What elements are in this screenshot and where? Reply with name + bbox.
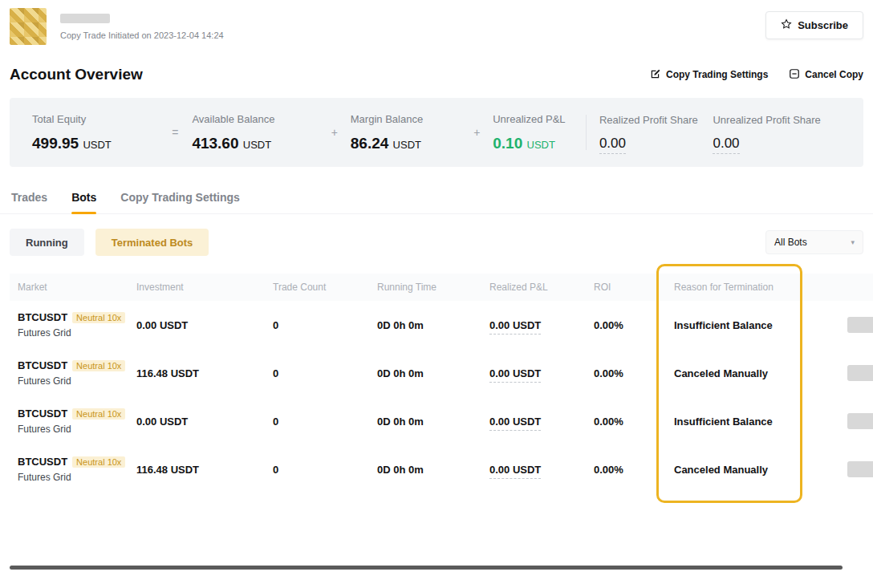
table-row: BTCUSDTNeutral 10x Futures Grid 0.00 USD…	[10, 397, 873, 445]
leverage-badge: Neutral 10x	[72, 360, 125, 371]
stats-panel: Total Equity 499.95 USDT = Available Bal…	[10, 98, 863, 167]
trader-meta: Copy Trade Initiated on 2023-12-04 14:24	[60, 8, 224, 40]
investment-cell: 116.48 USDT	[128, 367, 265, 379]
market-cell: BTCUSDTNeutral 10x Futures Grid	[10, 456, 128, 483]
table-row: BTCUSDTNeutral 10x Futures Grid 116.48 U…	[10, 445, 873, 493]
market-cell: BTCUSDTNeutral 10x Futures Grid	[10, 408, 128, 435]
action-redacted-chip[interactable]	[847, 317, 873, 333]
reason-cell: Insufficient Balance	[666, 416, 814, 428]
subscribe-label: Subscribe	[798, 19, 848, 31]
running-time-cell: 0D 0h 0m	[369, 464, 481, 476]
tab-trades[interactable]: Trades	[11, 191, 47, 213]
stat-unit: USDT	[393, 139, 421, 151]
chevron-down-icon: ▾	[851, 238, 855, 246]
table-header-market: Market	[10, 282, 128, 293]
table-header-realized-pnl: Realized P&L	[481, 282, 586, 293]
plus-operator: +	[461, 126, 493, 139]
plus-operator: +	[319, 126, 351, 139]
realized-pnl-cell: 0.00 USDT	[481, 319, 586, 331]
bot-filters: Running Terminated Bots All Bots ▾	[0, 229, 873, 256]
strategy-type: Futures Grid	[18, 327, 128, 339]
all-bots-dropdown[interactable]: All Bots ▾	[765, 230, 863, 254]
stat-realized-profit-share: Realized Profit Share 0.00	[599, 114, 713, 152]
trade-count-cell: 0	[265, 416, 369, 428]
table-header-roi: ROI	[586, 282, 666, 293]
trader-avatar	[10, 8, 47, 45]
head-actions: Copy Trading Settings Cancel Copy	[650, 68, 863, 82]
table-header-trade-count: Trade Count	[265, 282, 369, 293]
terminated-bots-filter-button[interactable]: Terminated Bots	[95, 229, 209, 256]
realized-pnl-cell: 0.00 USDT	[481, 416, 586, 428]
page-title: Account Overview	[10, 66, 143, 83]
stat-available-balance: Available Balance 413.60 USDT	[192, 113, 319, 152]
realized-pnl-cell: 0.00 USDT	[481, 464, 586, 476]
roi-cell: 0.00%	[586, 319, 666, 331]
stat-unit: USDT	[83, 139, 111, 151]
running-time-cell: 0D 0h 0m	[369, 319, 481, 331]
main-tabs: Trades Bots Copy Trading Settings	[0, 191, 873, 214]
reason-cell: Canceled Manually	[666, 367, 814, 379]
roi-cell: 0.00%	[586, 367, 666, 379]
action-redacted-chip[interactable]	[847, 413, 873, 429]
overview-head: Account Overview Copy Trading Settings C…	[0, 66, 873, 83]
tab-copy-trading-settings[interactable]: Copy Trading Settings	[120, 191, 240, 213]
trader-name-redacted	[60, 14, 110, 23]
reason-cell: Canceled Manually	[666, 464, 814, 476]
stat-label: Margin Balance	[351, 113, 461, 125]
minus-square-icon	[789, 68, 800, 82]
stat-unrealized-profit-share: Unrealized Profit Share 0.00	[713, 114, 841, 152]
running-filter-button[interactable]: Running	[10, 229, 84, 256]
table-header-running-time: Running Time	[369, 282, 481, 293]
market-cell: BTCUSDTNeutral 10x Futures Grid	[10, 359, 128, 387]
roi-cell: 0.00%	[586, 416, 666, 428]
cancel-copy-label: Cancel Copy	[805, 69, 863, 80]
strategy-type: Futures Grid	[18, 424, 128, 435]
actions-cell	[814, 365, 873, 381]
investment-cell: 0.00 USDT	[128, 416, 265, 428]
stats-divider	[586, 115, 587, 150]
copy-trading-settings-link[interactable]: Copy Trading Settings	[650, 68, 768, 82]
stat-margin-balance: Margin Balance 86.24 USDT	[351, 113, 461, 152]
stat-label: Realized Profit Share	[599, 114, 713, 126]
stat-total-equity: Total Equity 499.95 USDT	[32, 113, 159, 152]
subscribe-button[interactable]: Subscribe	[765, 11, 863, 39]
dropdown-value: All Bots	[774, 237, 807, 248]
running-time-cell: 0D 0h 0m	[369, 367, 481, 379]
running-time-cell: 0D 0h 0m	[369, 416, 481, 428]
table-row: BTCUSDTNeutral 10x Futures Grid 0.00 USD…	[10, 301, 873, 349]
realized-pnl-cell: 0.00 USDT	[481, 367, 586, 379]
stat-value: 499.95	[32, 135, 79, 152]
stat-value: 86.24	[351, 135, 389, 152]
market-cell: BTCUSDTNeutral 10x Futures Grid	[10, 311, 128, 339]
roi-cell: 0.00%	[586, 464, 666, 476]
leverage-badge: Neutral 10x	[72, 408, 125, 420]
tab-bots[interactable]: Bots	[71, 191, 96, 213]
star-icon	[781, 18, 792, 32]
actions-cell	[814, 461, 873, 477]
stat-label: Unrealized Profit Share	[713, 114, 841, 126]
horizontal-scrollbar[interactable]	[10, 566, 843, 570]
equals-operator: =	[159, 126, 193, 139]
stat-label: Unrealized P&L	[493, 113, 583, 125]
leverage-badge: Neutral 10x	[72, 456, 125, 468]
stat-label: Total Equity	[32, 113, 159, 125]
terminated-bots-table: Market Investment Trade Count Running Ti…	[10, 274, 873, 493]
stat-value: 0.00	[599, 136, 626, 154]
stat-value: 413.60	[192, 135, 238, 152]
reason-cell: Insufficient Balance	[666, 319, 814, 331]
cancel-copy-link[interactable]: Cancel Copy	[789, 68, 863, 82]
strategy-type: Futures Grid	[18, 472, 128, 483]
stat-unrealized-pnl: Unrealized P&L 0.10 USDT	[493, 113, 583, 152]
stat-label: Available Balance	[192, 113, 319, 125]
investment-cell: 0.00 USDT	[128, 319, 265, 331]
copy-trading-page: Copy Trade Initiated on 2023-12-04 14:24…	[0, 0, 873, 588]
strategy-type: Futures Grid	[18, 375, 128, 387]
action-redacted-chip[interactable]	[847, 461, 873, 477]
trade-count-cell: 0	[265, 367, 369, 379]
table-header-investment: Investment	[128, 282, 265, 293]
stat-value: 0.10	[493, 135, 522, 152]
action-redacted-chip[interactable]	[847, 365, 873, 381]
actions-cell	[814, 317, 873, 333]
trade-count-cell: 0	[265, 319, 369, 331]
investment-cell: 116.48 USDT	[128, 464, 265, 476]
